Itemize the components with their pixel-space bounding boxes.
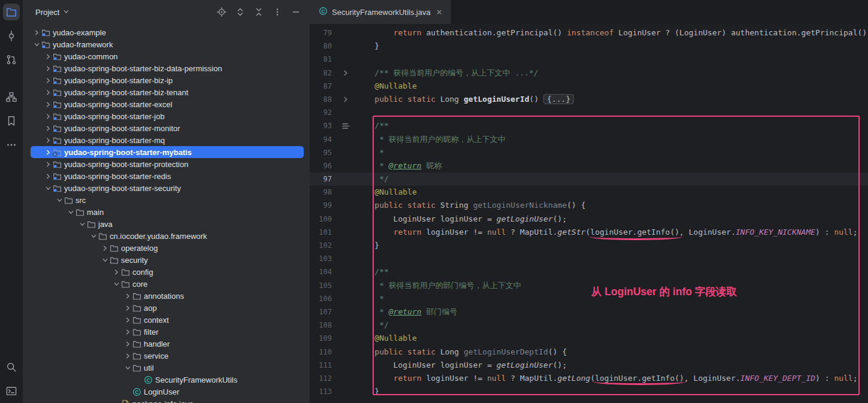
code-line-100[interactable]: 100 LoginUser loginUser = getLoginUser()…: [310, 213, 868, 226]
tree-item-service[interactable]: service: [31, 350, 304, 362]
tree-item-yudao-spring-boot-starter-excel[interactable]: yudao-spring-boot-starter-excel: [31, 98, 304, 110]
code-line-82[interactable]: 82 /** 获得当前用户的编号，从上下文中 ...*/: [310, 66, 868, 80]
tree-item-context[interactable]: context: [31, 314, 304, 326]
code-line-108[interactable]: 108 */: [310, 319, 868, 332]
tree-item-securityframeworkutils[interactable]: CSecurityFrameworkUtils: [31, 374, 304, 386]
chevron-right-icon[interactable]: [44, 89, 53, 96]
chevron-right-icon[interactable]: [44, 149, 53, 156]
code-line-80[interactable]: 80 }: [310, 40, 868, 53]
chevron-right-icon[interactable]: [123, 341, 132, 347]
tree-item-yudao-common[interactable]: yudao-common: [31, 50, 304, 62]
tree-item-util[interactable]: util: [31, 362, 304, 374]
code-line-99[interactable]: 99 public static String getLoginUserNick…: [310, 199, 868, 212]
tree-item-yudao-spring-boot-starter-redis[interactable]: yudao-spring-boot-starter-redis: [31, 170, 304, 182]
tree-item-loginuser[interactable]: CLoginUser: [31, 386, 304, 398]
more-tools-button[interactable]: [3, 137, 20, 153]
chevron-right-icon[interactable]: [112, 269, 121, 275]
terminal-tool-button[interactable]: [3, 383, 20, 399]
tree-item-src[interactable]: src: [31, 194, 304, 206]
chevron-down-icon[interactable]: [101, 257, 110, 263]
chevron-right-icon[interactable]: [44, 161, 53, 168]
chevron-right-icon[interactable]: [123, 353, 132, 359]
tree-item-yudao-spring-boot-starter-job[interactable]: yudao-spring-boot-starter-job: [31, 110, 304, 122]
chevron-right-icon[interactable]: [101, 245, 110, 252]
code-line-93[interactable]: 93 /**: [310, 119, 868, 132]
chevron-right-icon[interactable]: [123, 317, 132, 323]
commit-tool-button[interactable]: [3, 28, 20, 44]
chevron-down-icon[interactable]: [112, 281, 121, 287]
collapse-all-icon[interactable]: [253, 7, 264, 17]
code-line-95[interactable]: 95 *: [310, 146, 868, 159]
code-line-102[interactable]: 102 }: [310, 239, 868, 252]
chevron-right-icon[interactable]: [44, 137, 53, 144]
tree-item-yudao-example[interactable]: yudao-example: [31, 26, 304, 38]
chevron-down-icon[interactable]: [66, 209, 75, 216]
code-line-98[interactable]: 98 @Nullable: [310, 186, 868, 199]
tree-item-yudao-spring-boot-starter-biz-ip[interactable]: yudao-spring-boot-starter-biz-ip: [31, 74, 304, 86]
chevron-right-icon[interactable]: [44, 77, 53, 84]
code-line-111[interactable]: 111 LoginUser loginUser = getLoginUser()…: [310, 359, 868, 372]
chevron-right-icon[interactable]: [44, 53, 53, 60]
close-tab-icon[interactable]: ✕: [435, 8, 444, 17]
code-line-112[interactable]: 112 return loginUser != null ? MapUtil.g…: [310, 372, 868, 385]
tree-item-java[interactable]: java: [31, 218, 304, 230]
tree-item-yudao-spring-boot-starter-biz-data-permission[interactable]: yudao-spring-boot-starter-biz-data-permi…: [31, 62, 304, 74]
tree-item-yudao-spring-boot-starter-biz-tenant[interactable]: yudao-spring-boot-starter-biz-tenant: [31, 86, 304, 98]
chevron-right-icon[interactable]: [123, 329, 132, 335]
tree-item-yudao-spring-boot-starter-mq[interactable]: yudao-spring-boot-starter-mq: [31, 134, 304, 146]
code-line-88[interactable]: 88 public static Long getLoginUserId() {…: [310, 93, 868, 106]
tree-item-yudao-spring-boot-starter-monitor[interactable]: yudao-spring-boot-starter-monitor: [31, 122, 304, 134]
code-line-92[interactable]: 92: [310, 106, 868, 119]
tree-item-yudao-spring-boot-starter-security[interactable]: yudao-spring-boot-starter-security: [31, 182, 304, 194]
code-line-104[interactable]: 104 /**: [310, 265, 868, 278]
code-line-110[interactable]: 110 public static Long getLoginUserDeptI…: [310, 346, 868, 359]
chevron-right-icon[interactable]: [44, 101, 53, 108]
code-line-105[interactable]: 105 * 获得当前用户的部门编号，从上下文中: [310, 279, 868, 292]
tree-item-yudao-spring-boot-starter-protection[interactable]: yudao-spring-boot-starter-protection: [31, 158, 304, 170]
expand-all-icon[interactable]: [235, 7, 246, 17]
locate-icon[interactable]: [216, 7, 227, 17]
tree-item-cn-iocoder-yudao-framework[interactable]: cn.iocoder.yudao.framework: [31, 230, 304, 242]
search-tool-button[interactable]: [3, 359, 20, 375]
tree-item-handler[interactable]: handler: [31, 338, 304, 350]
fold-arrow-icon[interactable]: [335, 96, 356, 103]
tree-item-main[interactable]: main: [31, 206, 304, 218]
tree-item-package-info-java[interactable]: package-info.java: [31, 398, 304, 403]
tree-item-security[interactable]: security: [31, 254, 304, 266]
tree-item-aop[interactable]: aop: [31, 302, 304, 314]
tree-item-config[interactable]: config: [31, 266, 304, 278]
tree-item-operatelog[interactable]: operatelog: [31, 242, 304, 254]
code-line-109[interactable]: 109 @Nullable: [310, 332, 868, 345]
chevron-down-icon[interactable]: [89, 233, 98, 240]
gutter-marker-icon[interactable]: [335, 123, 356, 129]
project-tool-button[interactable]: [3, 4, 20, 20]
more-options-icon[interactable]: [272, 7, 283, 17]
code-line-96[interactable]: 96 * @return 昵称: [310, 159, 868, 172]
pull-requests-tool-button[interactable]: [3, 51, 20, 68]
chevron-right-icon[interactable]: [44, 65, 53, 72]
chevron-right-icon[interactable]: [44, 125, 53, 132]
tab-securityframeworkutils-java[interactable]: C SecurityFrameworkUtils.java ✕: [310, 0, 451, 24]
chevron-down-icon[interactable]: [123, 365, 132, 371]
chevron-down-icon[interactable]: [55, 197, 64, 204]
hide-panel-icon[interactable]: [291, 7, 301, 17]
chevron-down-icon[interactable]: [78, 221, 87, 228]
code-line-113[interactable]: 113 }: [310, 385, 868, 398]
code-line-97[interactable]: 97 */: [310, 172, 868, 186]
chevron-down-icon[interactable]: [32, 41, 41, 48]
bookmarks-tool-button[interactable]: [3, 113, 20, 129]
code-line-81[interactable]: 81: [310, 53, 868, 66]
chevron-right-icon[interactable]: [44, 113, 53, 120]
tree-item-core[interactable]: core: [31, 278, 304, 290]
tree-item-annotations[interactable]: annotations: [31, 290, 304, 302]
chevron-right-icon[interactable]: [32, 29, 41, 36]
code-line-107[interactable]: 107 * @return 部门编号: [310, 305, 868, 319]
chevron-right-icon[interactable]: [44, 173, 53, 180]
tree-item-yudao-framework[interactable]: yudao-framework: [31, 38, 304, 50]
chevron-right-icon[interactable]: [123, 293, 132, 299]
code-line-94[interactable]: 94 * 获得当前用户的昵称，从上下文中: [310, 133, 868, 146]
project-panel-title[interactable]: Project: [35, 8, 69, 17]
chevron-right-icon[interactable]: [123, 305, 132, 311]
tree-item-filter[interactable]: filter: [31, 326, 304, 338]
code-line-103[interactable]: 103: [310, 252, 868, 265]
